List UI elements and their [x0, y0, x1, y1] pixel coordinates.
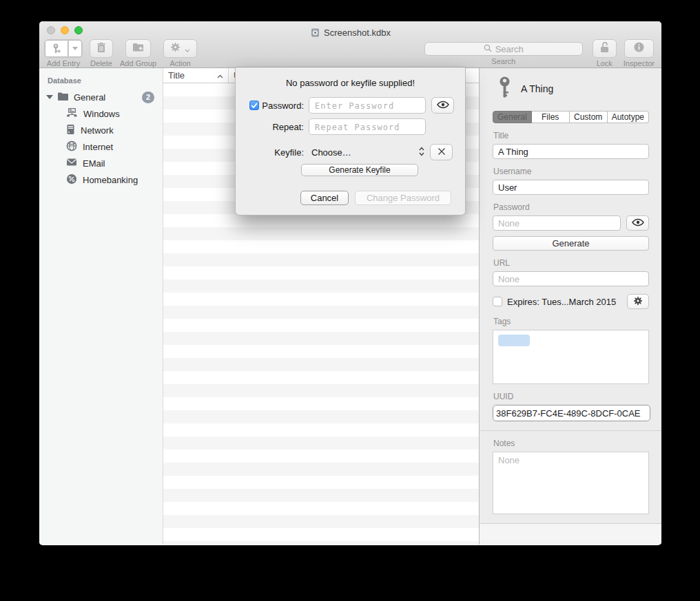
- password-row: Password:: [236, 97, 465, 114]
- change-password-button[interactable]: Change Password: [355, 191, 451, 205]
- add-entry-dropdown-icon[interactable]: [68, 40, 82, 57]
- password-field-label: Password: [493, 202, 649, 212]
- inspector-label: Inspector: [624, 59, 655, 67]
- sidebar-item-label: EMail: [83, 158, 105, 169]
- key-icon: [497, 76, 512, 101]
- document-icon: [310, 28, 320, 38]
- tab-general[interactable]: General: [493, 111, 532, 123]
- url-input[interactable]: [493, 271, 649, 286]
- app-window: Screenshot.kdbx Add Entry: [39, 21, 661, 545]
- keyfile-popup[interactable]: Choose…: [309, 147, 424, 158]
- sidebar-item-network[interactable]: Network: [39, 122, 163, 138]
- expires-settings-button[interactable]: [627, 294, 649, 309]
- tab-files[interactable]: Files: [532, 111, 570, 123]
- unlock-icon: [599, 41, 610, 56]
- notes-placeholder: None: [498, 455, 519, 465]
- minimize-button[interactable]: [61, 26, 69, 34]
- stepper-icon: [419, 147, 424, 158]
- titlebar[interactable]: Screenshot.kdbx: [39, 21, 661, 39]
- sidebar-item-internet[interactable]: Internet: [39, 138, 163, 155]
- reveal-password-button[interactable]: [626, 215, 649, 231]
- inspector-tabs: General Files Custom Autotype: [493, 111, 649, 123]
- action-chevron-down-icon: [185, 43, 190, 55]
- sidebar-item-label: Homebanking: [83, 175, 138, 185]
- tag-token[interactable]: [498, 335, 530, 346]
- password-input[interactable]: [493, 215, 621, 231]
- section-divider: [480, 430, 661, 431]
- key-plus-icon: [45, 40, 68, 57]
- generate-password-button[interactable]: Generate: [493, 236, 649, 251]
- clear-keyfile-button[interactable]: [430, 144, 453, 160]
- inspector-footer: [480, 523, 661, 544]
- window-title-area: Screenshot.kdbx: [310, 23, 391, 38]
- username-field-label: Username: [493, 167, 649, 176]
- uuid-input[interactable]: [493, 405, 650, 421]
- notes-field-label: Notes: [493, 439, 649, 448]
- title-input[interactable]: [493, 144, 649, 159]
- sidebar-item-label: General: [74, 92, 105, 103]
- sidebar-item-general[interactable]: General 2: [39, 89, 163, 105]
- delete-label: Delete: [90, 59, 112, 67]
- window-title: Screenshot.kdbx: [324, 28, 391, 38]
- lock-tool[interactable]: Lock: [593, 39, 617, 67]
- sheet-actions: Cancel Change Password: [236, 191, 465, 205]
- lock-label: Lock: [597, 59, 612, 67]
- sidebar-item-windows[interactable]: Windows: [39, 105, 163, 122]
- url-field-label: URL: [493, 258, 649, 268]
- uuid-field-label: UUID: [493, 392, 649, 401]
- action-tool[interactable]: Action: [163, 39, 197, 67]
- generate-keyfile-button[interactable]: Generate Keyfile: [301, 164, 418, 176]
- add-entry-label: Add Entry: [47, 59, 80, 67]
- sort-ascending-icon: [217, 70, 223, 81]
- percent-icon: [66, 173, 77, 187]
- zoom-button[interactable]: [74, 26, 83, 34]
- sidebar-item-email[interactable]: EMail: [39, 155, 163, 171]
- sidebar-section-header: Database: [39, 74, 163, 89]
- search-label: Search: [491, 57, 515, 65]
- sidebar-item-homebanking[interactable]: Homebanking: [39, 171, 163, 188]
- cancel-button[interactable]: Cancel: [300, 191, 349, 205]
- username-input[interactable]: [493, 180, 649, 195]
- entry-title: A Thing: [521, 83, 553, 94]
- search-placeholder: Search: [495, 44, 524, 54]
- delete-tool[interactable]: Delete: [90, 39, 113, 67]
- gear-icon: [170, 42, 181, 55]
- trash-icon: [96, 42, 106, 56]
- expires-checkbox[interactable]: [493, 297, 502, 306]
- enter-password-input[interactable]: [309, 97, 426, 114]
- password-label: Password:: [262, 101, 304, 111]
- expires-label: Expires: Tues...March 2015: [507, 297, 622, 307]
- inspector-tool[interactable]: Inspector: [624, 39, 655, 67]
- tab-custom[interactable]: Custom: [570, 111, 608, 123]
- sidebar-item-label: Network: [81, 125, 114, 136]
- add-entry-tool[interactable]: Add Entry: [44, 39, 83, 67]
- close-x-icon: [438, 146, 446, 158]
- password-checkbox[interactable]: [249, 101, 259, 110]
- action-label: Action: [169, 59, 191, 67]
- add-group-label: Add Group: [120, 59, 156, 67]
- keyfile-row: Keyfile: Choose…: [236, 144, 465, 160]
- repeat-row: Repeat:: [236, 118, 465, 135]
- window-chrome: Screenshot.kdbx Add Entry: [39, 21, 661, 68]
- folder-icon: [57, 92, 69, 103]
- reveal-password-button[interactable]: [431, 97, 454, 114]
- keyfile-popup-value: Choose…: [311, 147, 419, 158]
- close-button[interactable]: [47, 26, 55, 34]
- gear-icon: [633, 296, 643, 308]
- tab-autotype[interactable]: Autotype: [608, 111, 649, 123]
- repeat-password-input[interactable]: [309, 118, 426, 135]
- notes-input[interactable]: None: [493, 452, 649, 514]
- column-header-title[interactable]: Title: [163, 68, 229, 83]
- info-icon: [634, 42, 644, 55]
- entry-count-badge: 2: [142, 92, 154, 103]
- windows-network-icon: [66, 107, 78, 120]
- repeat-label: Repeat:: [248, 122, 309, 132]
- eye-icon: [632, 218, 644, 229]
- tags-input[interactable]: [493, 330, 649, 384]
- add-group-tool[interactable]: Add Group: [120, 39, 156, 67]
- globe-icon: [66, 140, 77, 154]
- search-input[interactable]: Search: [424, 42, 583, 56]
- disclosure-triangle-icon[interactable]: [46, 95, 53, 99]
- traffic-lights: [47, 26, 83, 34]
- envelope-icon: [66, 158, 77, 169]
